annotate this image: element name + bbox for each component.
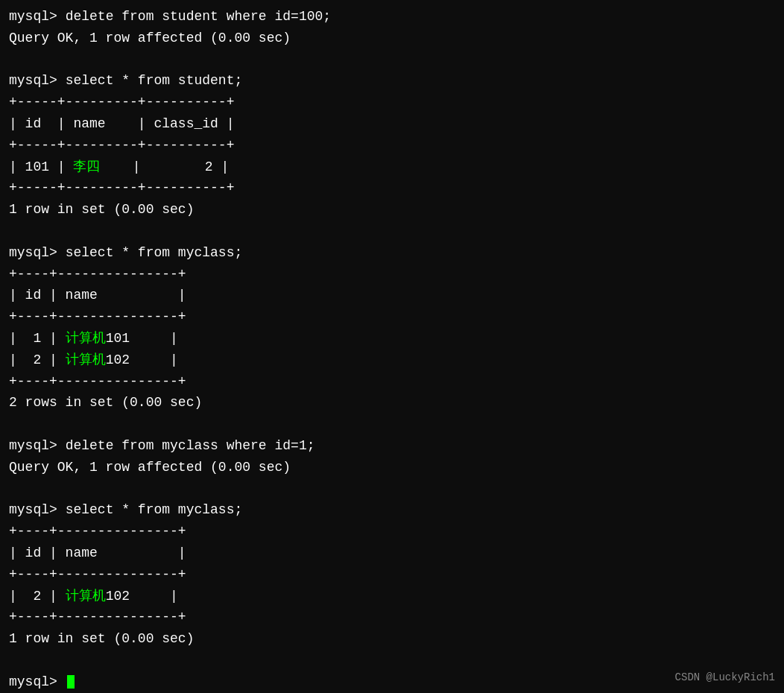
chinese-name-3: 计算机	[66, 352, 106, 367]
header-2: | id | name |	[9, 285, 775, 306]
line-5: mysql> delete from myclass where id=1;	[9, 435, 775, 457]
cmd-2: select * from student;	[66, 73, 243, 88]
data-row-3: | 2 | 计算机102 |	[9, 349, 775, 371]
header-3: | id | name |	[9, 542, 775, 564]
count-1: 1 row in set (0.00 sec)	[9, 199, 775, 221]
prompt-3: mysql>	[9, 245, 66, 260]
line-7: mysql> select * from myclass;	[9, 499, 775, 521]
data-row-2: | 1 | 计算机101 |	[9, 328, 775, 349]
border-5: +----+---------------+	[9, 306, 775, 328]
line-4: mysql> select * from myclass;	[9, 242, 775, 264]
line-2: Query OK, 1 row affected (0.00 sec)	[9, 28, 775, 49]
border-1: +-----+---------+----------+	[9, 92, 775, 113]
line-blank-3	[9, 414, 775, 435]
line-last: mysql>	[9, 671, 775, 693]
cmd-5: select * from myclass;	[66, 502, 243, 517]
chinese-name-2: 计算机	[66, 331, 106, 346]
header-1: | id | name | class_id |	[9, 113, 775, 135]
chinese-name-4: 计算机	[66, 589, 106, 604]
prompt-2: mysql>	[9, 73, 66, 88]
cmd-4: delete from myclass where id=1;	[66, 438, 315, 453]
count-3: 1 row in set (0.00 sec)	[9, 628, 775, 650]
border-7: +----+---------------+	[9, 521, 775, 542]
border-6: +----+---------------+	[9, 371, 775, 393]
watermark: CSDN @LuckyRich1	[675, 669, 775, 686]
prompt-4: mysql>	[9, 438, 66, 453]
border-9: +----+---------------+	[9, 607, 775, 628]
count-2: 2 rows in set (0.00 sec)	[9, 392, 775, 414]
ok-1: Query OK, 1 row affected (0.00 sec)	[9, 31, 291, 45]
cmd-3: select * from myclass;	[66, 245, 243, 260]
border-2: +-----+---------+----------+	[9, 135, 775, 156]
prompt-last: mysql>	[9, 674, 66, 689]
line-3: mysql> select * from student;	[9, 70, 775, 92]
terminal-window: mysql> delete from student where id=100;…	[0, 0, 784, 693]
border-3: +-----+---------+----------+	[9, 177, 775, 199]
line-blank-2	[9, 221, 775, 242]
chinese-name-1: 李四	[73, 159, 100, 174]
cursor-block	[67, 675, 75, 689]
border-4: +----+---------------+	[9, 264, 775, 285]
prompt-5: mysql>	[9, 502, 66, 517]
line-blank-5	[9, 650, 775, 671]
cmd-1: delete from student where id=100;	[66, 9, 331, 24]
line-blank-1	[9, 49, 775, 71]
ok-2: Query OK, 1 row affected (0.00 sec)	[9, 460, 291, 475]
border-8: +----+---------------+	[9, 564, 775, 586]
terminal-content: mysql> delete from student where id=100;…	[9, 6, 775, 693]
prompt-1: mysql>	[9, 9, 66, 24]
line-1: mysql> delete from student where id=100;	[9, 6, 775, 28]
line-6: Query OK, 1 row affected (0.00 sec)	[9, 457, 775, 478]
data-row-4: | 2 | 计算机102 |	[9, 586, 775, 607]
line-blank-4	[9, 478, 775, 500]
data-row-1: | 101 | 李四 | 2 |	[9, 156, 775, 178]
